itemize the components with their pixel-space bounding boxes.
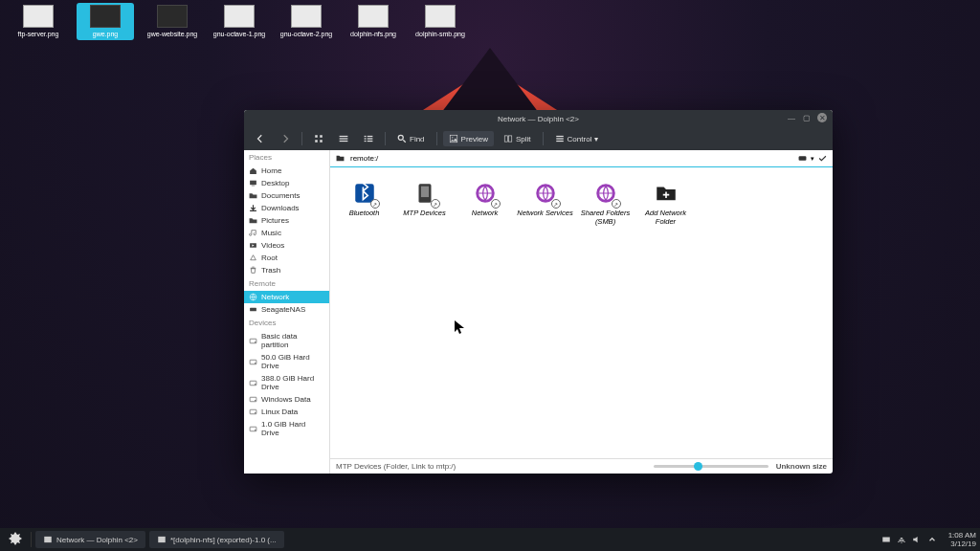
task-icon [157, 535, 167, 544]
sidebar-item-linux-data[interactable]: Linux Data [244, 406, 329, 418]
tray-up-icon[interactable] [927, 535, 937, 544]
sidebar-item-root[interactable]: Root [244, 252, 329, 264]
svg-rect-10 [368, 138, 373, 139]
location-input[interactable] [348, 152, 794, 165]
network-item-bluetooth[interactable]: ↗Bluetooth [334, 177, 394, 230]
close-button[interactable]: ✕ [817, 113, 827, 122]
preview-button[interactable]: Preview [443, 131, 494, 146]
details-view-button[interactable] [358, 131, 379, 146]
sidebar-item-label: 388.0 GiB Hard Drive [261, 374, 324, 391]
taskbar-task[interactable]: *[dolphin-nfs] (exported)-1.0 (... [149, 531, 284, 548]
forward-button[interactable] [275, 131, 296, 146]
control-button[interactable]: Control ▾ [549, 131, 605, 146]
svg-rect-38 [799, 156, 807, 161]
chevron-down-icon: ▾ [594, 135, 598, 143]
sidebar-item-label: Basic data partition [261, 332, 324, 349]
zoom-slider[interactable] [654, 465, 768, 468]
sidebar-item-pictures[interactable]: Pictures [244, 214, 329, 227]
sidebar-item-label: Downloads [261, 204, 300, 212]
maximize-button[interactable]: ▢ [802, 113, 812, 122]
sidebar-item-music[interactable]: Music [244, 227, 329, 239]
desktop-icon[interactable]: gwe-website.png [144, 3, 201, 40]
status-size: Unknown size [776, 462, 827, 471]
sidebar-item-trash[interactable]: Trash [244, 264, 329, 276]
svg-rect-17 [509, 136, 512, 142]
network-tray-icon[interactable] [897, 535, 906, 544]
sidebar-item-50-0-gib-hard-drive[interactable]: 50.0 GiB Hard Drive [244, 351, 329, 372]
bluetooth-icon: ↗ [352, 181, 377, 206]
status-bar: MTP Devices (Folder, Link to mtp:/) Unkn… [330, 458, 833, 474]
link-badge-icon: ↗ [491, 199, 501, 209]
sidebar-item-basic-data-partition[interactable]: Basic data partition [244, 330, 329, 351]
sidebar-item-388-0-gib-hard-drive[interactable]: 388.0 GiB Hard Drive [244, 372, 329, 393]
start-button[interactable] [4, 530, 27, 549]
sidebar-item-label: Home [261, 166, 281, 175]
desktop-icon[interactable]: gnu-octave-2.png [278, 3, 335, 40]
desktop-icon[interactable]: gnu-octave-1.png [211, 3, 268, 40]
minimize-button[interactable]: — [787, 113, 796, 122]
file-thumbnail [90, 5, 121, 28]
svg-point-54 [901, 542, 902, 543]
svg-rect-14 [450, 135, 457, 143]
find-button[interactable]: Find [391, 131, 431, 146]
sidebar-item-label: SeagateNAS [261, 305, 305, 314]
clock[interactable]: 1:08 AM 3/12/19 [948, 531, 976, 548]
taskbar-task[interactable]: Network — Dolphin <2> [35, 531, 145, 548]
accept-icon[interactable] [818, 154, 827, 163]
svg-rect-6 [340, 141, 348, 142]
sidebar-item-network[interactable]: Network [244, 291, 329, 303]
svg-rect-3 [320, 140, 323, 143]
desktop-icons: ftp-server.pnggwe.pnggwe-website.pnggnu-… [10, 3, 469, 40]
places-panel: PlacesHomeDesktopDocumentsDownloadsPictu… [244, 150, 330, 474]
item-label: Shared Folders (SMB) [577, 209, 634, 226]
add-folder-icon [654, 181, 679, 206]
volume-tray-icon[interactable] [912, 535, 922, 544]
sidebar-item-desktop[interactable]: Desktop [244, 177, 329, 189]
tray-icon[interactable] [881, 535, 891, 544]
file-label: dolphin-smb.png [415, 30, 465, 38]
sidebar-item-label: Network [261, 293, 289, 301]
window-title: Network — Dolphin <2> [498, 115, 579, 123]
desktop-icon[interactable]: dolphin-nfs.png [345, 3, 402, 40]
split-button[interactable]: Split [498, 131, 537, 146]
sidebar-item-1-0-gib-hard-drive[interactable]: 1.0 GiB Hard Drive [244, 418, 329, 439]
svg-point-31 [255, 384, 256, 385]
network-item-network-services[interactable]: ↗Network Services [515, 177, 575, 230]
task-label: Network — Dolphin <2> [56, 536, 138, 544]
sidebar-item-label: Music [261, 229, 281, 237]
network-item-mtp-devices[interactable]: ↗MTP Devices [394, 177, 455, 230]
svg-rect-4 [340, 136, 348, 137]
compact-view-button[interactable] [333, 131, 354, 146]
sidebar-item-downloads[interactable]: Downloads [244, 202, 329, 214]
sidebar-item-home[interactable]: Home [244, 165, 329, 177]
file-thumbnail [291, 5, 322, 28]
folder-view[interactable]: ↗Bluetooth↗MTP Devices↗Network↗Network S… [330, 167, 833, 458]
sidebar-item-label: 50.0 GiB Hard Drive [261, 353, 324, 370]
svg-rect-16 [504, 136, 507, 142]
svg-point-35 [255, 412, 256, 413]
file-thumbnail [23, 5, 54, 28]
sidebar-item-windows-data[interactable]: Windows Data [244, 393, 329, 406]
desktop-icon[interactable]: gwe.png [77, 3, 134, 40]
sidebar-item-label: Trash [261, 266, 280, 275]
network-item-network[interactable]: ↗Network [455, 177, 515, 230]
sidebar-item-seagatenas[interactable]: SeagateNAS [244, 303, 329, 316]
item-label: Add Network Folder [637, 209, 694, 226]
svg-point-29 [255, 363, 256, 364]
icons-view-button[interactable] [308, 131, 329, 146]
file-label: dolphin-nfs.png [350, 30, 396, 38]
desktop-icon[interactable]: dolphin-smb.png [412, 3, 469, 40]
sidebar-item-label: Linux Data [261, 408, 298, 416]
dropdown-icon[interactable]: ▾ [811, 155, 814, 163]
network-item-shared-folders-smb-[interactable]: ↗Shared Folders (SMB) [575, 177, 635, 230]
back-button[interactable] [250, 131, 271, 146]
clear-icon[interactable] [798, 154, 807, 163]
sidebar-item-label: Documents [261, 191, 300, 200]
svg-rect-2 [315, 140, 318, 143]
desktop-icon[interactable]: ftp-server.png [10, 3, 67, 40]
network-item-add-network-folder[interactable]: Add Network Folder [635, 177, 696, 230]
sidebar-item-videos[interactable]: Videos [244, 239, 329, 252]
sidebar-item-label: Videos [261, 241, 284, 250]
sidebar-item-documents[interactable]: Documents [244, 189, 329, 202]
titlebar[interactable]: Network — Dolphin <2> — ▢ ✕ [244, 110, 833, 127]
